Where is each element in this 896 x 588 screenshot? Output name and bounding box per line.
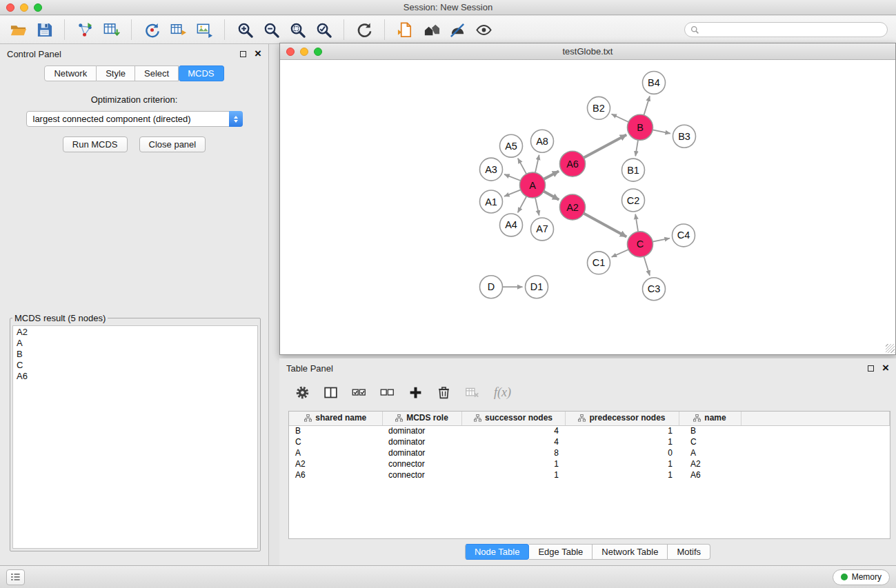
close-network-window-button[interactable] — [286, 48, 295, 56]
graph-edge-A-A3[interactable] — [504, 174, 521, 181]
cell-predecessor-nodes[interactable]: 1 — [565, 436, 679, 447]
cell-predecessor-nodes[interactable]: 0 — [565, 447, 679, 458]
add-column-icon[interactable] — [406, 383, 424, 401]
zoom-window-button[interactable] — [34, 3, 42, 12]
graph-edge-A-A5[interactable] — [518, 159, 526, 174]
graph-edge-C-C1[interactable] — [612, 250, 628, 257]
cell-name[interactable]: C — [679, 436, 741, 447]
table-row[interactable]: A2connector11A2 — [289, 458, 890, 469]
close-panel-icon[interactable]: × — [255, 50, 261, 58]
graph-edge-B-B4[interactable] — [644, 96, 650, 115]
cell-name[interactable]: A2 — [679, 458, 741, 469]
tab-node-table[interactable]: Node Table — [465, 544, 530, 560]
gear-icon[interactable] — [293, 383, 311, 401]
open-session-icon[interactable] — [7, 19, 29, 41]
tab-network[interactable]: Network — [44, 65, 97, 81]
deselect-all-icon[interactable] — [378, 383, 396, 401]
graph-edge-A-A1[interactable] — [504, 190, 521, 196]
import-table-icon[interactable] — [100, 19, 122, 41]
mcds-result-item[interactable]: A — [13, 338, 257, 349]
graph-edge-C-C3[interactable] — [644, 256, 650, 276]
new-network-icon[interactable] — [141, 19, 163, 41]
mcds-result-item[interactable]: C — [13, 360, 257, 371]
graph-edge-A-A6[interactable] — [544, 171, 559, 179]
table-row[interactable]: A6connector11A6 — [289, 469, 890, 480]
task-history-button[interactable] — [6, 569, 25, 585]
cell-shared-name[interactable]: A2 — [289, 458, 382, 469]
tab-motifs[interactable]: Motifs — [668, 544, 710, 560]
table-row[interactable]: Bdominator41B — [289, 425, 890, 436]
table-row[interactable]: Cdominator41C — [289, 436, 890, 447]
cell-mcds-role[interactable]: connector — [382, 469, 461, 480]
cell-predecessor-nodes[interactable]: 1 — [565, 425, 679, 436]
graph-edge-C-C2[interactable] — [635, 214, 638, 232]
graph-edge-B-B1[interactable] — [635, 140, 638, 156]
zoom-selected-icon[interactable] — [312, 19, 335, 41]
optimization-dropdown[interactable]: largest connected component (directed) — [26, 111, 243, 127]
cell-shared-name[interactable]: B — [289, 425, 382, 436]
tab-style[interactable]: Style — [97, 65, 135, 81]
minimize-network-window-button[interactable] — [300, 48, 308, 56]
tab-network-table[interactable]: Network Table — [593, 544, 668, 560]
tab-select[interactable]: Select — [135, 65, 179, 81]
graph-edge-A6-B[interactable] — [584, 134, 626, 157]
export-image-icon[interactable] — [193, 19, 215, 41]
zoom-out-icon[interactable] — [260, 19, 282, 41]
memory-button[interactable]: Memory — [833, 569, 890, 585]
tab-mcds[interactable]: MCDS — [179, 65, 223, 81]
cell-mcds-role[interactable]: dominator — [382, 436, 461, 447]
annotation-icon[interactable] — [446, 19, 468, 41]
search-input[interactable] — [704, 25, 882, 34]
zoom-fit-icon[interactable] — [286, 19, 308, 41]
column-header-shared-name[interactable]: shared name — [289, 412, 382, 425]
delete-column-icon[interactable] — [435, 383, 452, 401]
graph-edge-A2-C[interactable] — [584, 213, 626, 236]
apply-layout-icon[interactable] — [353, 19, 375, 41]
network-graph[interactable]: B4B2BB3A5A8A6B1A3AC2A1A2A4A7C4CC1C3DD1 — [280, 60, 895, 354]
cell-successor-nodes[interactable]: 8 — [461, 447, 565, 458]
mcds-result-item[interactable]: A6 — [13, 371, 257, 382]
column-header-predecessor-nodes[interactable]: predecessor nodes — [565, 412, 679, 425]
cell-successor-nodes[interactable]: 1 — [461, 469, 565, 480]
graph-edge-A-A4[interactable] — [518, 196, 527, 213]
zoom-network-window-button[interactable] — [314, 48, 322, 56]
close-table-panel-icon[interactable]: × — [882, 364, 889, 372]
column-header-name[interactable]: name — [679, 412, 741, 425]
cell-successor-nodes[interactable]: 4 — [461, 436, 565, 447]
cell-successor-nodes[interactable]: 4 — [461, 425, 565, 436]
cell-mcds-role[interactable]: dominator — [382, 447, 461, 458]
select-all-icon[interactable] — [350, 383, 368, 401]
select-columns-icon[interactable] — [321, 383, 339, 401]
zoom-in-icon[interactable] — [234, 19, 256, 41]
search-box[interactable] — [684, 22, 888, 37]
graph-edge-A-A2[interactable] — [544, 191, 559, 199]
network-view[interactable]: B4B2BB3A5A8A6B1A3AC2A1A2A4A7C4CC1C3DD1 — [280, 60, 895, 354]
column-header-successor-nodes[interactable]: successor nodes — [461, 412, 565, 425]
eye-icon[interactable] — [472, 19, 495, 41]
graph-edge-B-B2[interactable] — [612, 114, 629, 121]
close-window-button[interactable] — [6, 3, 14, 12]
cell-mcds-role[interactable]: dominator — [382, 425, 461, 436]
minimize-window-button[interactable] — [20, 3, 28, 12]
export-table-icon[interactable] — [167, 19, 189, 41]
cell-name[interactable]: A — [679, 447, 741, 458]
table-row[interactable]: Adominator80A — [289, 447, 890, 458]
cell-predecessor-nodes[interactable]: 1 — [565, 469, 679, 480]
float-table-panel-icon[interactable] — [868, 365, 874, 372]
save-session-icon[interactable] — [33, 19, 55, 41]
resize-grip[interactable] — [886, 344, 895, 353]
cell-shared-name[interactable]: A6 — [289, 469, 382, 480]
mcds-result-item[interactable]: A2 — [13, 327, 257, 338]
graph-edge-C-C4[interactable] — [653, 239, 670, 242]
function-builder-icon[interactable]: f(x) — [494, 385, 511, 400]
float-panel-icon[interactable] — [240, 51, 246, 57]
cell-predecessor-nodes[interactable]: 1 — [565, 458, 679, 469]
import-network-icon[interactable] — [74, 19, 96, 41]
run-mcds-button[interactable]: Run MCDS — [63, 136, 128, 152]
close-panel-button[interactable]: Close panel — [139, 136, 206, 152]
cell-name[interactable]: A6 — [679, 469, 741, 480]
cell-shared-name[interactable]: A — [289, 447, 382, 458]
cell-shared-name[interactable]: C — [289, 436, 382, 447]
cell-name[interactable]: B — [679, 425, 741, 436]
mcds-result-list[interactable]: A2ABCA6 — [12, 325, 258, 549]
